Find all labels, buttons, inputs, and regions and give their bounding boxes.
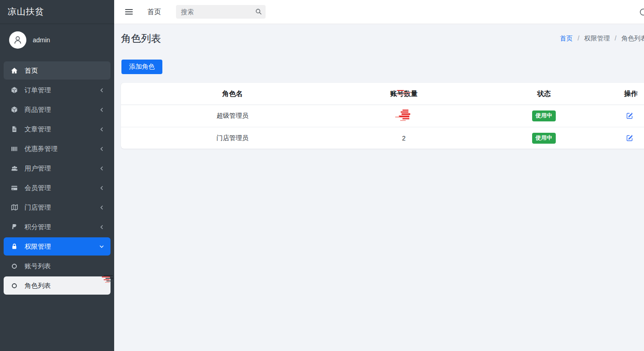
roles-table: 角色名 账号数量 状态 操作 超级管理员: [121, 83, 644, 149]
breadcrumb-separator: /: [578, 35, 579, 42]
map-icon: [10, 204, 19, 211]
sidebar-item-label: 积分管理: [25, 223, 51, 231]
column-header-account-count: 账号数量: [344, 90, 464, 98]
column-header-status: 状态: [464, 90, 624, 98]
topbar: 首页: [114, 0, 644, 24]
sidebar: 凉山扶贫 admin 首页 订单管理: [0, 0, 114, 351]
chevron-left-icon: [99, 225, 104, 230]
chevron-left-icon: [99, 205, 104, 210]
add-role-button[interactable]: 添加角色: [121, 60, 162, 74]
chevron-left-icon: [99, 107, 104, 112]
sidebar-subitem-label: 角色列表: [25, 281, 51, 290]
role-name-cell: 门店管理员: [121, 134, 344, 142]
main-content: 角色列表 首页 / 权限管理 / 角色列表 添加角色 角色名 账号数量 状态 操…: [114, 24, 644, 351]
topbar-home-link[interactable]: 首页: [147, 8, 161, 16]
sidebar-item-label: 会员管理: [25, 184, 51, 192]
sidebar-item-points[interactable]: 积分管理: [4, 218, 111, 236]
sidebar-item-members[interactable]: 会员管理: [4, 179, 111, 197]
breadcrumb-separator: /: [615, 35, 617, 42]
home-icon: [10, 67, 19, 75]
actions-cell: [624, 111, 644, 121]
status-cell: 使用中: [464, 133, 624, 144]
user-circle-icon[interactable]: [639, 8, 644, 18]
actions-cell: [624, 133, 644, 143]
chevron-left-icon: [99, 146, 104, 151]
users-icon: [10, 165, 19, 172]
file-text-icon: [10, 125, 19, 133]
sidebar-item-orders[interactable]: 订单管理: [4, 81, 111, 99]
sidebar-item-label: 权限管理: [25, 242, 51, 251]
avatar: [9, 31, 26, 49]
page-title: 角色列表: [121, 32, 161, 45]
role-name-cell: 超级管理员: [121, 112, 344, 120]
column-header-actions: 操作: [624, 90, 644, 98]
user-panel: admin: [0, 24, 114, 55]
status-badge: 使用中: [532, 110, 556, 121]
search-box: [176, 5, 266, 19]
sidebar-item-home[interactable]: 首页: [4, 61, 111, 80]
sidebar-item-users[interactable]: 用户管理: [4, 159, 111, 177]
breadcrumb-current: 角色列表: [621, 35, 644, 42]
sidebar-item-label: 用户管理: [25, 164, 51, 173]
barcode-icon: [10, 145, 19, 152]
sidebar-item-coupons[interactable]: 优惠券管理: [4, 140, 111, 158]
sidebar-subitem-roles[interactable]: 角色列表: [4, 276, 111, 295]
table-row: 门店管理员 2 使用中: [121, 127, 644, 149]
cube-icon: [10, 86, 19, 94]
chevron-left-icon: [99, 88, 104, 93]
sidebar-item-permissions[interactable]: 权限管理: [4, 237, 111, 256]
chevron-left-icon: [99, 127, 104, 132]
sidebar-item-stores[interactable]: 门店管理: [4, 198, 111, 216]
column-header-role-name: 角色名: [121, 90, 344, 98]
sidebar-item-label: 首页: [25, 66, 38, 75]
cube-icon: [10, 106, 19, 114]
sidebar-item-label: 订单管理: [25, 86, 51, 95]
status-cell: 使用中: [464, 110, 624, 121]
brand-title: 凉山扶贫: [0, 0, 114, 24]
chevron-left-icon: [99, 186, 104, 191]
account-count-cell: [344, 109, 464, 123]
breadcrumb: 首页 / 权限管理 / 角色列表: [560, 35, 644, 43]
chevron-down-icon: [99, 244, 104, 249]
credit-card-icon: [10, 185, 19, 191]
sidebar-subitem-label: 账号列表: [25, 262, 51, 271]
sidebar-item-label: 优惠券管理: [25, 145, 58, 153]
breadcrumb-section: 权限管理: [584, 35, 610, 42]
search-input[interactable]: [176, 5, 266, 19]
sidebar-item-label: 门店管理: [25, 203, 51, 212]
sidebar-subitem-accounts[interactable]: 账号列表: [4, 257, 111, 275]
chevron-left-icon: [99, 166, 104, 171]
user-name: admin: [33, 36, 50, 44]
lock-icon: [10, 243, 19, 250]
sidebar-item-label: 商品管理: [25, 105, 51, 114]
circle-o-icon: [10, 282, 19, 289]
sidebar-item-products[interactable]: 商品管理: [4, 100, 111, 119]
sidebar-item-articles[interactable]: 文章管理: [4, 120, 111, 138]
circle-o-icon: [10, 263, 19, 270]
paypal-icon: [10, 223, 19, 231]
status-badge: 使用中: [532, 133, 556, 144]
table-header-row: 角色名 账号数量 状态 操作: [121, 83, 644, 105]
user-icon: [12, 35, 23, 45]
search-icon[interactable]: [255, 8, 262, 17]
table-row: 超级管理员 使用中: [121, 105, 644, 127]
glitch-artifact: [395, 109, 413, 123]
breadcrumb-home-link[interactable]: 首页: [560, 35, 573, 42]
edit-icon[interactable]: [624, 133, 635, 143]
hamburger-icon[interactable]: [125, 8, 133, 16]
app-window: 凉山扶贫 admin 首页 订单管理: [0, 0, 644, 351]
account-count-cell: 2: [344, 135, 464, 142]
sidebar-item-label: 文章管理: [25, 125, 51, 134]
sidebar-menu: 首页 订单管理 商品管理: [0, 61, 114, 295]
edit-icon[interactable]: [624, 111, 635, 120]
